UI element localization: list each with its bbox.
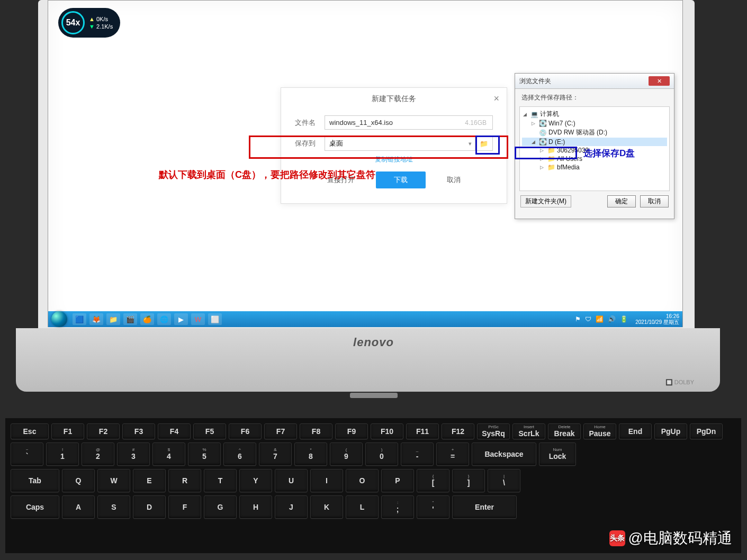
key-q[interactable]: Q: [62, 469, 95, 492]
key-0[interactable]: )0: [365, 442, 398, 466]
laptop-hinge: [350, 393, 398, 398]
tray-shield-icon[interactable]: 🛡: [585, 315, 591, 323]
key-break[interactable]: DeleteBreak: [548, 423, 581, 439]
download-button[interactable]: 下载: [376, 171, 426, 188]
taskbar-app-4[interactable]: 🎬: [123, 313, 137, 325]
key-1[interactable]: !1: [46, 442, 79, 466]
taskbar-app-5[interactable]: 🍊: [140, 313, 154, 325]
annotation-blue-box-browse: [475, 136, 500, 155]
key-f9[interactable]: F9: [335, 423, 368, 439]
key-f11[interactable]: F11: [406, 423, 439, 439]
key-t[interactable]: T: [204, 469, 237, 492]
key-e[interactable]: E: [133, 469, 166, 492]
key-d[interactable]: D: [133, 495, 166, 519]
taskbar-app-7[interactable]: ▶: [174, 313, 188, 325]
key-f10[interactable]: F10: [371, 423, 403, 439]
key-tab[interactable]: Tab: [11, 469, 59, 492]
laptop-brand: lenovo: [353, 336, 394, 349]
key-p[interactable]: P: [381, 469, 414, 492]
new-folder-button[interactable]: 新建文件夹(M): [520, 195, 571, 207]
start-button[interactable]: [51, 311, 67, 327]
key-esc[interactable]: Esc: [11, 423, 49, 439]
taskbar-app-9[interactable]: ⬜: [208, 313, 222, 325]
key-f2[interactable]: F2: [87, 423, 120, 439]
taskbar-app-6[interactable]: 🌐: [157, 313, 171, 325]
key-8[interactable]: *8: [294, 442, 327, 466]
tray-volume-icon[interactable]: 🔊: [608, 315, 616, 323]
key-[interactable]: {[: [417, 469, 449, 492]
key-f7[interactable]: F7: [264, 423, 297, 439]
key-f1[interactable]: F1: [51, 423, 84, 439]
browse-close-icon[interactable]: ✕: [649, 76, 670, 86]
key-[interactable]: ~`: [11, 442, 43, 466]
key-end[interactable]: End: [619, 423, 652, 439]
key-2[interactable]: @2: [82, 442, 114, 466]
key-f5[interactable]: F5: [193, 423, 226, 439]
key-7[interactable]: &7: [259, 442, 292, 466]
key-lock[interactable]: NumLock: [539, 442, 576, 466]
key-g[interactable]: G: [204, 495, 237, 519]
tree-dvd[interactable]: 💿DVD RW 驱动器 (D:): [522, 128, 667, 138]
key-pgdn[interactable]: PgDn: [690, 423, 723, 439]
key-l[interactable]: L: [346, 495, 379, 519]
key-j[interactable]: J: [275, 495, 308, 519]
key-pgup[interactable]: PgUp: [654, 423, 687, 439]
key-o[interactable]: O: [346, 469, 379, 492]
key-[interactable]: +=: [436, 442, 469, 466]
key-f6[interactable]: F6: [229, 423, 262, 439]
browse-title: 浏览文件夹: [519, 77, 551, 86]
key-y[interactable]: Y: [239, 469, 272, 492]
key-pause[interactable]: HomePause: [583, 423, 616, 439]
key-[interactable]: "': [417, 495, 449, 519]
tray-network-icon[interactable]: 📶: [596, 315, 604, 323]
key-[interactable]: :;: [381, 495, 414, 519]
drive-icon: 💽: [539, 120, 546, 127]
tray-battery-icon[interactable]: 🔋: [620, 315, 628, 323]
filesize: 4.16GB: [465, 119, 487, 127]
browse-folder-dialog: 浏览文件夹 ✕ 选择文件保存路径： ◢💻计算机 ▷💽Win7 (C:) 💿DVD…: [515, 73, 674, 219]
key-u[interactable]: U: [275, 469, 308, 492]
key-k[interactable]: K: [310, 495, 343, 519]
tray-flag-icon[interactable]: ⚑: [575, 315, 581, 323]
key-f12[interactable]: F12: [442, 423, 474, 439]
taskbar-app-3[interactable]: 📁: [106, 313, 120, 325]
key-h[interactable]: H: [239, 495, 272, 519]
key-4[interactable]: $4: [152, 442, 185, 466]
tree-d-drive[interactable]: ◢💽D (E:): [522, 138, 667, 146]
key-a[interactable]: A: [62, 495, 95, 519]
key-i[interactable]: I: [310, 469, 343, 492]
key-3[interactable]: #3: [117, 442, 150, 466]
tree-folder3[interactable]: ▷📁bfMedia: [522, 163, 667, 171]
key-f[interactable]: F: [168, 495, 201, 519]
key-enter[interactable]: Enter: [452, 495, 517, 519]
tree-win7[interactable]: ▷💽Win7 (C:): [522, 119, 667, 128]
key-f4[interactable]: F4: [158, 423, 191, 439]
taskbar-app-2[interactable]: 🦊: [89, 313, 103, 325]
key-[interactable]: |\: [488, 469, 520, 492]
speed-widget[interactable]: 54x ▲ 0K/s ▼ 2.1K/s: [58, 8, 120, 38]
close-icon[interactable]: ×: [493, 93, 499, 104]
key-f3[interactable]: F3: [122, 423, 155, 439]
key-scrlk[interactable]: InsertScrLk: [512, 423, 545, 439]
key-5[interactable]: %5: [188, 442, 221, 466]
key-[interactable]: }]: [452, 469, 485, 492]
key-backspace[interactable]: Backspace: [472, 442, 536, 466]
browse-cancel-button[interactable]: 取消: [640, 195, 669, 207]
key-s[interactable]: S: [97, 495, 130, 519]
tree-computer[interactable]: ◢💻计算机: [522, 109, 667, 119]
cancel-button[interactable]: 取消: [447, 175, 461, 185]
key-[interactable]: _-: [401, 442, 434, 466]
taskbar-app-8[interactable]: W: [191, 313, 205, 325]
taskbar-clock[interactable]: 16:26 2021/10/29 星期五: [632, 313, 679, 325]
key-r[interactable]: R: [168, 469, 201, 492]
taskbar[interactable]: 🟦 🦊 📁 🎬 🍊 🌐 ▶ W ⬜ ⚑ 🛡 📶 🔊 🔋 16:26 2021/1…: [48, 311, 682, 327]
key-9[interactable]: (9: [330, 442, 363, 466]
key-caps[interactable]: Caps: [11, 495, 59, 519]
key-6[interactable]: ^6: [223, 442, 256, 466]
taskbar-app-1[interactable]: 🟦: [73, 313, 86, 325]
browse-ok-button[interactable]: 确定: [607, 195, 636, 207]
annotation-red-box: [249, 136, 508, 159]
key-f8[interactable]: F8: [300, 423, 332, 439]
key-w[interactable]: W: [97, 469, 130, 492]
key-sysrq[interactable]: PrtScSysRq: [477, 423, 510, 439]
